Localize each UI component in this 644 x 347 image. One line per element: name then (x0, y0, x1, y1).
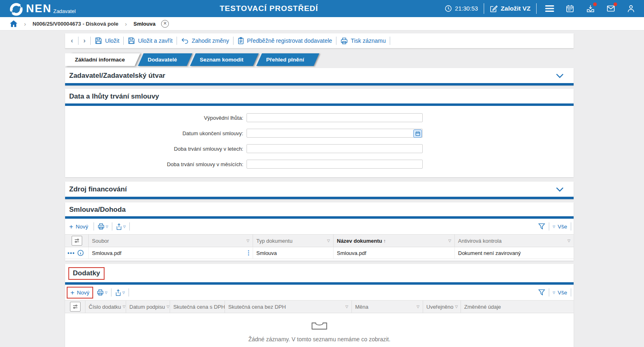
print-grid-button[interactable]: ▽ (97, 289, 107, 296)
column-header-datum-podpisu[interactable]: Datum podpisu▽ (126, 301, 170, 313)
messages-button[interactable] (606, 4, 616, 13)
export-grid-button[interactable]: ▽ (116, 223, 126, 230)
filter-triangle-icon[interactable]: ▽ (327, 239, 330, 243)
column-header-antivirova-kontrola[interactable]: Antivirová kontrola▽ (455, 235, 574, 247)
filter-triangle-icon[interactable]: ▽ (448, 239, 451, 243)
main-content: ‹ › Uložit Uložit a zavřít Zahodit změny… (65, 30, 574, 347)
divider (78, 37, 79, 45)
breadcrumb-item-record[interactable]: N006/25/V00004673 - Disková pole (33, 21, 118, 27)
tab-label: Přehled plnění (266, 57, 304, 63)
datum-ukonceni-input[interactable] (247, 129, 423, 138)
create-vz-label: Založit VZ (501, 5, 530, 12)
tab-label: Základní informace (75, 57, 125, 63)
column-header-uverejneno[interactable]: Uveřejněno▽ (423, 301, 461, 313)
download-tray-icon (586, 4, 595, 13)
new-dodatek-button[interactable]: +Nový (70, 290, 90, 296)
header-controls: 21:30:53 Založit VZ (445, 0, 638, 17)
filter-triangle-icon[interactable]: ▽ (166, 305, 169, 309)
divider (536, 3, 537, 14)
filter-triangle-icon[interactable]: ▽ (123, 305, 126, 309)
nav-back-button[interactable]: ‹ (70, 37, 74, 45)
save-close-button[interactable]: Uložit a zavřít (128, 37, 172, 44)
column-header-cena-bez-dph[interactable]: Skutečná cena bez DPH▽ (225, 301, 352, 313)
column-header-mena[interactable]: Měna▽ (352, 301, 423, 313)
tab-zakladni-informace[interactable]: Základní informace (65, 53, 135, 66)
dropdown-triangle-icon: ▽ (553, 291, 555, 294)
tab-seznam-komodit[interactable]: Seznam komodit (190, 53, 253, 66)
nen-logo[interactable]: NEN Zadavatel (9, 1, 76, 17)
tab-dodavatele[interactable]: Dodavatelé (138, 53, 187, 66)
chevron-down-icon[interactable] (556, 73, 564, 78)
divider (177, 37, 177, 45)
filter-triangle-icon[interactable]: ▽ (455, 305, 458, 309)
tab-prehled-plneni[interactable]: Přehled plnění (256, 53, 314, 66)
section-title: Zdroj financování (69, 185, 127, 193)
dodatky-grid-toolbar: +Nový ▽ ▽ ▽Vše (65, 285, 574, 300)
filter-icon[interactable] (538, 289, 545, 296)
save-button[interactable]: Uložit (95, 37, 119, 44)
divider (233, 37, 234, 45)
empty-message: Žádné záznamy. V tomto seznamu nemáme co… (65, 336, 574, 343)
column-header-soubor[interactable]: Soubor▽ (89, 235, 253, 247)
home-icon[interactable] (10, 20, 17, 27)
dropdown-triangle-icon: ▽ (553, 225, 555, 228)
calendar-button[interactable] (565, 4, 575, 13)
vypovedni-lhuta-input[interactable] (247, 113, 423, 122)
logo-role-label: Zadavatel (53, 9, 76, 14)
plus-icon: + (69, 224, 73, 229)
row-menu-icon[interactable] (68, 252, 74, 254)
filter-triangle-icon[interactable]: ▽ (247, 239, 249, 243)
clipboard-icon (238, 37, 244, 44)
nav-forward-button[interactable]: › (83, 37, 87, 45)
section-dodatky: Dodatky +Nový ▽ ▽ (65, 264, 574, 347)
divider (390, 37, 390, 45)
section-title: Zadavatel/Zadavatelský útvar (69, 72, 165, 80)
column-header-cislo-dodatku[interactable]: Číslo dodatku▽ (85, 301, 126, 313)
datepicker-button[interactable] (413, 130, 422, 138)
breadcrumb-item-current: Smlouva (133, 21, 155, 27)
smlouva-table-header: Soubor▽ Typ dokumentu▽ Název dokumentu↑▽… (65, 234, 574, 247)
divider (571, 288, 571, 296)
menu-button[interactable] (545, 4, 554, 13)
view-all-dropdown[interactable]: ▽Vše (553, 290, 567, 296)
column-header-typ-dokumentu[interactable]: Typ dokumentu▽ (253, 235, 334, 247)
new-document-button[interactable]: +Nový (68, 223, 90, 231)
current-time: 21:30:53 (455, 5, 478, 12)
doba-trvani-letech-input[interactable] (247, 144, 423, 153)
envelope-icon (607, 5, 615, 12)
filter-triangle-icon[interactable]: ▽ (345, 305, 348, 309)
column-settings-button[interactable] (70, 302, 81, 312)
close-tab-icon[interactable]: ✕ (161, 20, 169, 28)
export-grid-button[interactable]: ▽ (115, 289, 125, 296)
smlouva-table-row[interactable]: Smlouva.pdf Smlouva Smlouva.pdf Dokument… (65, 247, 574, 259)
print-grid-button[interactable]: ▽ (98, 223, 108, 230)
discard-changes-button[interactable]: Zahodit změny (181, 37, 229, 44)
info-icon[interactable] (77, 250, 84, 256)
view-all-dropdown[interactable]: ▽Vše (553, 224, 567, 230)
tab-label: Seznam komodit (200, 57, 243, 63)
field-label: Doba trvání smlouvy v měsících: (65, 161, 247, 167)
downloads-button[interactable] (585, 4, 595, 13)
top-header: NEN Zadavatel TESTOVACÍ PROSTŘEDÍ 21:30:… (0, 0, 644, 17)
create-vz-button[interactable]: Založit VZ (490, 5, 530, 13)
doba-trvani-mesicich-input[interactable] (247, 160, 423, 169)
column-header-zmenene-udaje[interactable]: Změněné údaje (461, 301, 574, 313)
filter-triangle-icon[interactable]: ▽ (568, 239, 570, 243)
chevron-right-icon: › (24, 20, 26, 27)
downloads-badge (593, 2, 597, 6)
dropdown-triangle-icon: ▽ (106, 225, 108, 228)
preregister-supplier-button[interactable]: Předběžně registrovat dodavatele (238, 37, 332, 44)
smlouva-grid-toolbar: +Nový ▽ ▽ ▽Vše (65, 219, 574, 234)
divider (336, 37, 336, 45)
sliders-icon (74, 238, 80, 244)
filter-icon[interactable] (538, 223, 545, 230)
column-header-nazev-dokumentu[interactable]: Název dokumentu↑▽ (334, 235, 455, 247)
profile-button[interactable] (626, 4, 636, 13)
filter-triangle-icon[interactable]: ▽ (417, 305, 419, 309)
chevron-down-icon[interactable] (556, 187, 564, 192)
column-header-cena-s-dph[interactable]: Skutečná cena s DPH▽ (170, 301, 225, 313)
drag-dots-icon[interactable] (248, 250, 249, 256)
divider (484, 3, 484, 14)
column-settings-button[interactable] (72, 236, 82, 246)
print-record-button[interactable]: Tisk záznamu (341, 37, 386, 44)
